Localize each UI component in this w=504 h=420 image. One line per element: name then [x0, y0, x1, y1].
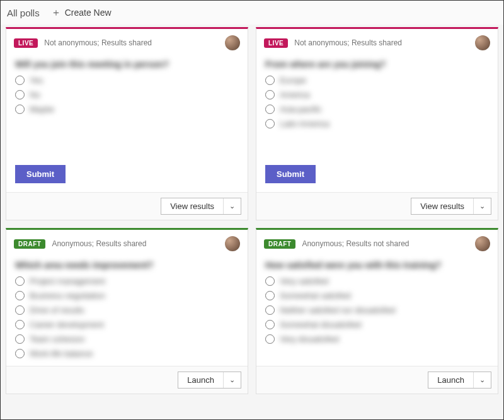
view-results-button[interactable]: View results [161, 198, 224, 214]
poll-meta: Anonymous; Results shared [52, 239, 146, 248]
poll-option[interactable]: Very satisfied [265, 276, 489, 286]
submit-button[interactable]: Submit [15, 165, 66, 183]
poll-option[interactable]: Somewhat dissatisfied [265, 320, 489, 329]
poll-options: Europe America Asia-pacific Latin Americ… [265, 76, 489, 128]
page-header: All polls ＋ Create New [1, 1, 503, 25]
option-label: Project management [30, 276, 105, 286]
radio-icon [15, 90, 25, 99]
poll-card-head: DRAFT Anonymous; Results not shared [256, 230, 498, 256]
poll-body: Which area needs improvement? Project ma… [6, 256, 248, 366]
poll-footer: View results ⌄ [256, 192, 498, 220]
launch-button[interactable]: Launch [428, 372, 474, 388]
poll-meta: Anonymous; Results not shared [302, 239, 409, 248]
poll-option[interactable]: Europe [265, 76, 489, 85]
option-label: Europe [280, 76, 306, 85]
status-badge-draft: DRAFT [264, 239, 295, 249]
poll-meta: Not anonymous; Results shared [294, 38, 402, 47]
option-label: Drive of results [30, 305, 84, 315]
option-label: America [280, 90, 310, 99]
radio-icon [265, 119, 275, 128]
option-label: Career development [30, 320, 104, 329]
poll-option[interactable]: Project management [15, 276, 239, 286]
radio-icon [15, 334, 25, 344]
poll-footer: Launch ⌄ [6, 366, 248, 394]
option-label: Somewhat satisfied [280, 291, 351, 300]
poll-option[interactable]: Business negotiation [15, 291, 239, 300]
poll-option[interactable]: Maybe [15, 105, 239, 114]
submit-button[interactable]: Submit [265, 165, 316, 183]
view-results-split-button: View results ⌄ [411, 198, 491, 215]
poll-option[interactable]: Career development [15, 320, 239, 329]
option-label: Maybe [30, 105, 54, 114]
poll-card: DRAFT Anonymous; Results shared Which ar… [6, 228, 248, 394]
tab-all-polls[interactable]: All polls [7, 8, 40, 18]
option-label: Team cohesion [30, 334, 84, 344]
radio-icon [265, 305, 275, 315]
plus-icon: ＋ [51, 8, 61, 18]
chevron-down-icon[interactable]: ⌄ [224, 372, 241, 388]
poll-option[interactable]: Somewhat satisfied [265, 291, 489, 300]
poll-option[interactable]: Drive of results [15, 305, 239, 315]
radio-icon [265, 76, 275, 85]
poll-card: LIVE Not anonymous; Results shared Will … [6, 27, 248, 220]
status-badge-live: LIVE [14, 38, 38, 48]
submit-row: Submit [6, 162, 248, 192]
polls-grid: LIVE Not anonymous; Results shared Will … [1, 25, 503, 399]
radio-icon [15, 305, 25, 315]
option-label: Work-life balance [30, 349, 93, 358]
poll-card-head: LIVE Not anonymous; Results shared [256, 29, 498, 55]
poll-question: Will you join this meeting in person? [15, 59, 239, 69]
poll-option[interactable]: Very dissatisfied [265, 334, 489, 344]
status-badge-live: LIVE [264, 38, 288, 48]
poll-option[interactable]: Yes [15, 76, 239, 85]
chevron-down-icon[interactable]: ⌄ [474, 198, 491, 214]
submit-row: Submit [256, 162, 498, 192]
poll-card: LIVE Not anonymous; Results shared From … [256, 27, 498, 220]
poll-body: From where are you joining? Europe Ameri… [256, 55, 498, 162]
radio-icon [265, 276, 275, 286]
option-label: Somewhat dissatisfied [280, 320, 361, 329]
avatar[interactable] [475, 236, 490, 251]
option-label: No [30, 90, 40, 99]
chevron-down-icon[interactable]: ⌄ [474, 372, 491, 388]
radio-icon [265, 320, 275, 329]
poll-option[interactable]: Team cohesion [15, 334, 239, 344]
poll-option[interactable]: Neither satisfied nor dissatisfied [265, 305, 489, 315]
launch-split-button: Launch ⌄ [428, 372, 491, 389]
poll-option[interactable]: Asia-pacific [265, 105, 489, 114]
poll-option[interactable]: America [265, 90, 489, 99]
poll-body: Will you join this meeting in person? Ye… [6, 55, 248, 162]
poll-option[interactable]: No [15, 90, 239, 99]
launch-split-button: Launch ⌄ [178, 372, 241, 389]
radio-icon [265, 291, 275, 300]
radio-icon [15, 349, 25, 358]
launch-button[interactable]: Launch [178, 372, 224, 388]
poll-card-head: DRAFT Anonymous; Results shared [6, 230, 248, 256]
view-results-button[interactable]: View results [411, 198, 474, 214]
radio-icon [15, 105, 25, 114]
poll-options: Yes No Maybe [15, 76, 239, 114]
avatar[interactable] [225, 35, 240, 50]
poll-card: DRAFT Anonymous; Results not shared How … [256, 228, 498, 394]
radio-icon [15, 276, 25, 286]
poll-footer: View results ⌄ [6, 192, 248, 220]
poll-footer: Launch ⌄ [256, 366, 498, 394]
avatar[interactable] [225, 236, 240, 251]
chevron-down-icon[interactable]: ⌄ [224, 198, 241, 214]
poll-card-head: LIVE Not anonymous; Results shared [6, 29, 248, 55]
avatar[interactable] [475, 35, 490, 50]
radio-icon [265, 334, 275, 344]
radio-icon [265, 105, 275, 114]
create-new-button[interactable]: ＋ Create New [51, 8, 112, 18]
poll-option[interactable]: Latin America [265, 119, 489, 128]
status-badge-draft: DRAFT [14, 239, 45, 249]
option-label: Latin America [280, 119, 329, 128]
poll-option[interactable]: Work-life balance [15, 349, 239, 358]
view-results-split-button: View results ⌄ [161, 198, 241, 215]
option-label: Neither satisfied nor dissatisfied [280, 305, 396, 315]
radio-icon [265, 90, 275, 99]
poll-question: From where are you joining? [265, 59, 489, 69]
option-label: Yes [30, 76, 43, 85]
poll-options: Project management Business negotiation … [15, 276, 239, 358]
option-label: Asia-pacific [280, 105, 321, 114]
